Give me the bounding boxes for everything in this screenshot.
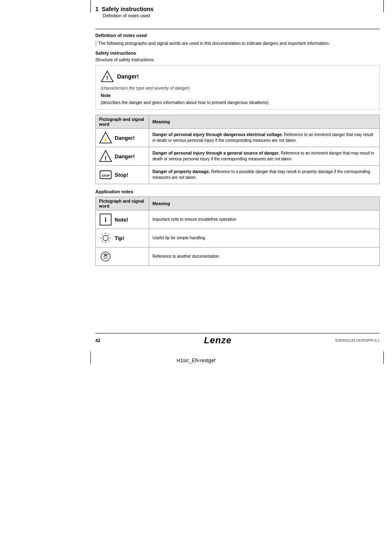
- app-row3-meaning-text: Reference to another documentation: [152, 254, 219, 259]
- danger-desc: (characterises the type and severity of …: [101, 86, 374, 90]
- table-row: Reference to another documentation: [96, 247, 380, 266]
- doc-number: EDKM/2133 DE/EN/FR 6.1: [335, 338, 380, 342]
- app-row2-meaning: Useful tip for simple handling: [149, 229, 380, 247]
- app-row1-pictograph: i Note!: [96, 210, 149, 229]
- section-subtitle: Definition of notes used: [103, 13, 380, 18]
- safety-row2-signal-word: Danger!: [115, 153, 135, 160]
- safety-row2-pictograph: ! Danger!: [96, 147, 149, 166]
- lenze-logo: Lenze: [204, 335, 231, 346]
- app-table-col2-header: Meaning: [149, 197, 380, 210]
- svg-text:i: i: [105, 216, 106, 223]
- app-row2-pictograph: Tip!: [96, 229, 149, 247]
- reference-icon: [99, 250, 112, 263]
- safety-table-col1-header: Pictograph and signal word: [96, 115, 149, 129]
- safety-row1-signal-word: Danger!: [115, 135, 135, 141]
- safety-row3-meaning: Danger of property damage. Reference to …: [149, 166, 380, 184]
- svg-line-18: [102, 241, 103, 242]
- definition-intro: The following pictographs and signal wor…: [95, 40, 380, 46]
- safety-row3-pictograph: STOP Stop!: [96, 166, 149, 184]
- note-label: Note: [101, 93, 374, 98]
- safety-table-col2-header: Meaning: [149, 115, 380, 129]
- section-title: Safety instructions: [102, 6, 154, 12]
- bottom-filename: H1sic_EN-restgef: [0, 358, 392, 363]
- table-row: Tip! Useful tip for simple handling: [96, 229, 380, 247]
- safety-row2-meaning: Danger of personal injury through a gene…: [149, 147, 380, 166]
- footer-divider: [95, 333, 380, 333]
- safety-instructions-title: Safety instructions: [95, 51, 380, 56]
- app-row1-meaning-text: Important note to ensure troublefree ope…: [152, 217, 236, 222]
- general-danger-icon: !: [99, 150, 112, 163]
- header-divider: [95, 29, 380, 29]
- danger-triangle-icon: !: [101, 70, 114, 83]
- table-row: ⚡ Danger! Danger of personal injury thro…: [96, 129, 380, 147]
- app-row2-meaning-text: Useful tip for simple handling: [152, 236, 205, 240]
- table-row: ! Danger! Danger of personal injury thro…: [96, 147, 380, 166]
- app-row3-meaning: Reference to another documentation: [149, 247, 380, 266]
- app-row1-signal-word: Note!: [115, 217, 128, 223]
- header: 1 Safety instructions Definition of note…: [95, 6, 380, 18]
- app-row2-signal-word: Tip!: [115, 235, 125, 241]
- svg-point-10: [103, 236, 108, 241]
- main-content: Definition of notes used The following p…: [95, 33, 380, 271]
- tip-icon: [99, 231, 112, 245]
- danger-label: Danger!: [117, 73, 139, 80]
- application-notes-table: Pictograph and signal word Meaning i Not…: [95, 197, 380, 266]
- svg-text:!: !: [106, 75, 108, 81]
- section-heading: 1 Safety instructions: [95, 6, 380, 12]
- app-row3-pictograph: [96, 247, 149, 266]
- svg-text:STOP: STOP: [101, 174, 110, 178]
- safety-row1-meaning: Danger of personal injury through danger…: [149, 129, 380, 147]
- safety-row1-pictograph: ⚡ Danger!: [96, 129, 149, 147]
- section-number: 1: [95, 6, 99, 12]
- safety-row3-meaning-bold: Danger of property damage.: [152, 169, 210, 174]
- table-row: i Note! Important note to ensure trouble…: [96, 210, 380, 229]
- svg-line-17: [108, 234, 109, 235]
- svg-line-16: [108, 241, 109, 242]
- app-table-col1-header: Pictograph and signal word: [96, 197, 149, 210]
- stop-icon: STOP: [99, 168, 112, 181]
- app-row1-meaning: Important note to ensure troublefree ope…: [149, 210, 380, 229]
- safety-row1-meaning-bold: Danger of personal injury through danger…: [152, 132, 283, 137]
- danger-header: ! Danger!: [101, 70, 374, 83]
- definition-title: Definition of notes used: [95, 33, 380, 38]
- application-notes-title: Application notes: [95, 189, 380, 194]
- table-row: STOP Stop! Danger of property damage. Re…: [96, 166, 380, 184]
- electrical-danger-icon: ⚡: [99, 131, 112, 144]
- safety-table: Pictograph and signal word Meaning ⚡: [95, 115, 380, 184]
- svg-point-19: [101, 252, 110, 261]
- danger-box: ! Danger! (characterises the type and se…: [95, 65, 380, 110]
- svg-text:!: !: [105, 155, 107, 162]
- note-desc: (describes the danger and gives informat…: [101, 99, 374, 106]
- safety-instructions-subtitle: Structure of safety instructions:: [95, 57, 380, 62]
- safety-row2-meaning-bold: Danger of personal injury through a gene…: [152, 150, 279, 155]
- page-number: 42: [95, 338, 100, 343]
- footer: 42 Lenze EDKM/2133 DE/EN/FR 6.1: [95, 335, 380, 346]
- svg-text:⚡: ⚡: [103, 137, 108, 143]
- note-icon: i: [99, 213, 112, 226]
- safety-row3-signal-word: Stop!: [115, 172, 128, 178]
- svg-line-15: [102, 234, 103, 235]
